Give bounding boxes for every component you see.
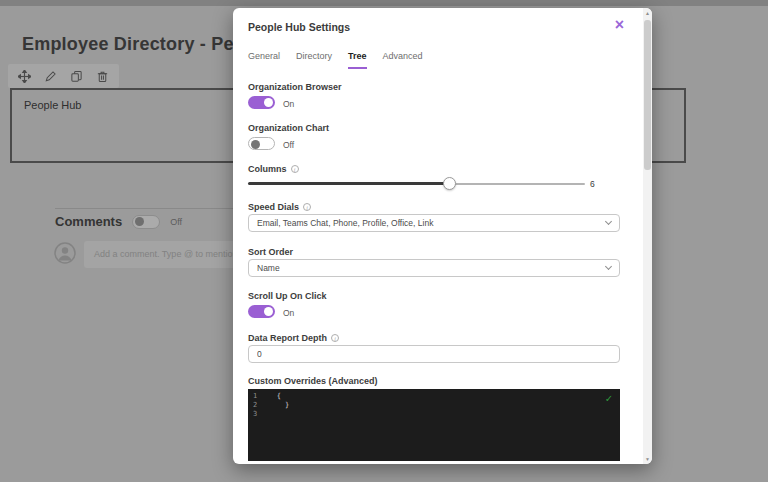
speed-dials-select[interactable]: Email, Teams Chat, Phone, Profile, Offic… [248, 214, 620, 232]
speed-dials-value: Email, Teams Chat, Phone, Profile, Offic… [257, 215, 433, 231]
close-icon[interactable]: × [615, 17, 624, 33]
widget-label: People Hub [12, 90, 94, 120]
org-browser-state: On [283, 99, 294, 109]
page-top-bar [0, 0, 768, 6]
org-browser-toggle[interactable] [248, 96, 275, 109]
columns-value: 6 [590, 179, 595, 189]
sort-order-label: Sort Order [248, 247, 293, 257]
scroll-up-toggle[interactable] [248, 305, 275, 318]
custom-overrides-editor[interactable]: 1 { 2 } 3 ✓ [248, 389, 620, 461]
widget-toolbar [8, 64, 119, 88]
valid-check-icon: ✓ [605, 392, 612, 405]
info-icon[interactable]: i [291, 165, 299, 173]
org-browser-label: Organization Browser [248, 82, 342, 92]
columns-slider[interactable] [248, 177, 585, 190]
tab-advanced[interactable]: Advanced [383, 51, 423, 69]
comments-heading: Comments [55, 214, 122, 229]
move-icon[interactable] [18, 70, 31, 83]
scrollbar-thumb[interactable] [644, 20, 651, 170]
org-chart-label: Organization Chart [248, 123, 329, 133]
tab-directory[interactable]: Directory [296, 51, 332, 69]
tab-tree[interactable]: Tree [348, 51, 367, 69]
org-chart-toggle[interactable] [248, 137, 275, 150]
custom-overrides-label: Custom Overrides (Advanced) [248, 376, 378, 386]
scroll-up-state: On [283, 308, 294, 318]
user-avatar-icon [54, 242, 76, 268]
edit-icon[interactable] [44, 70, 57, 83]
data-report-depth-label: Data Report Depth i [248, 333, 339, 343]
chevron-down-icon [605, 263, 612, 270]
info-icon[interactable]: i [303, 203, 311, 211]
columns-label: Columns i [248, 164, 299, 174]
sort-order-select[interactable]: Name [248, 259, 620, 277]
scroll-down-arrow-icon[interactable]: ▼ [643, 456, 652, 462]
settings-tabs: General Directory Tree Advanced [248, 51, 423, 69]
tab-general[interactable]: General [248, 51, 280, 69]
dialog-title: People Hub Settings [248, 21, 350, 33]
sort-order-value: Name [257, 260, 280, 276]
delete-icon[interactable] [96, 70, 109, 83]
scroll-up-label: Scroll Up On Click [248, 291, 327, 301]
speed-dials-label: Speed Dials i [248, 202, 311, 212]
chevron-down-icon [605, 218, 612, 225]
org-chart-state: Off [283, 140, 294, 150]
scroll-up-arrow-icon[interactable]: ▲ [643, 10, 652, 16]
slider-thumb[interactable] [443, 177, 456, 190]
dialog-scrollbar[interactable]: ▲ ▼ [643, 8, 652, 464]
people-hub-settings-dialog: People Hub Settings × ▲ ▼ General Direct… [233, 8, 652, 464]
data-report-depth-input[interactable] [248, 345, 620, 363]
comments-toggle-state: Off [170, 217, 182, 227]
comments-toggle[interactable] [132, 215, 160, 229]
info-icon[interactable]: i [331, 334, 339, 342]
duplicate-icon[interactable] [70, 70, 83, 83]
